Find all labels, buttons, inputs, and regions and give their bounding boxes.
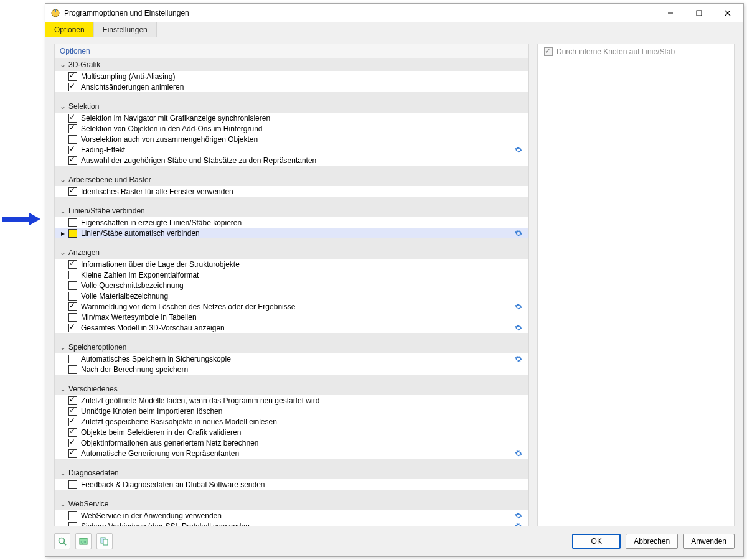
checkbox-icon[interactable] <box>68 229 77 238</box>
ok-button[interactable]: OK <box>572 534 621 549</box>
checkbox-icon[interactable] <box>68 355 77 363</box>
option-sync-navigator[interactable]: Selektion im Navigator mit Grafikanzeige… <box>55 113 528 123</box>
checkbox-icon[interactable] <box>68 72 77 81</box>
option-read-base-objects[interactable]: Zuletzt gespeicherte Basisobjekte in neu… <box>55 416 528 427</box>
group-arbeitsebene[interactable]: ⌄Arbeitsebene und Raster <box>55 174 528 186</box>
option-identical-raster[interactable]: Identisches Raster für alle Fenster verw… <box>55 186 528 197</box>
option-load-recent[interactable]: Zuletzt geöffnete Modelle laden, wenn da… <box>55 395 528 406</box>
checkbox-icon[interactable] <box>68 480 77 489</box>
gear-icon[interactable] <box>514 511 523 520</box>
chevron-down-icon: ⌄ <box>59 385 67 393</box>
checkbox-icon[interactable] <box>68 324 77 332</box>
group-anzeigen[interactable]: ⌄Anzeigen <box>55 246 528 259</box>
gear-icon[interactable] <box>514 146 523 154</box>
gear-icon[interactable] <box>514 522 523 526</box>
group-diagnose[interactable]: ⌄Diagnosedaten <box>55 467 528 479</box>
checkbox-icon[interactable] <box>68 135 77 144</box>
option-minmax-symbols[interactable]: Min/max Wertesymbole in Tabellen <box>55 312 528 322</box>
checkbox-icon[interactable] <box>68 124 77 133</box>
maximize-button[interactable] <box>685 4 713 22</box>
option-mesh-obj-info[interactable]: Objektinformationen aus generiertem Netz… <box>55 437 528 448</box>
checkbox-icon[interactable] <box>68 365 77 374</box>
checkbox-icon[interactable] <box>68 396 77 405</box>
option-preselect-related[interactable]: Vorselektion auch von zusammengehörigen … <box>55 134 528 144</box>
checkbox-icon[interactable] <box>68 146 77 154</box>
option-full-cross-section[interactable]: Volle Querschnittsbezeichnung <box>55 280 528 291</box>
checkbox-icon[interactable] <box>68 302 77 311</box>
checkbox-icon[interactable] <box>68 428 77 437</box>
close-button[interactable] <box>713 4 742 22</box>
checkbox-icon[interactable] <box>68 449 77 458</box>
app-icon <box>50 8 60 18</box>
gear-icon[interactable] <box>514 302 523 311</box>
gear-icon[interactable] <box>514 324 523 332</box>
option-send-diagnostics[interactable]: Feedback & Diagnosedaten an Dlubal Softw… <box>55 479 528 490</box>
checkbox-icon[interactable] <box>68 271 77 279</box>
option-addons-background[interactable]: Selektion von Objekten in den Add-Ons im… <box>55 123 528 134</box>
checkbox-icon[interactable] <box>68 156 77 165</box>
minimize-button[interactable] <box>656 4 685 22</box>
gear-icon[interactable] <box>514 355 523 363</box>
checkbox-icon[interactable] <box>68 83 77 91</box>
checkbox-icon[interactable] <box>68 522 77 526</box>
pane-header: Optionen <box>55 44 528 58</box>
option-copy-properties[interactable]: Eigenschaften in erzeugte Linien/Stäbe k… <box>55 217 528 228</box>
option-fading-effekt[interactable]: Fading-Effekt <box>55 144 528 155</box>
help-button[interactable] <box>54 533 70 549</box>
svg-rect-11 <box>103 539 108 545</box>
checkbox-icon[interactable] <box>68 281 77 290</box>
tab-optionen[interactable]: Optionen <box>45 22 94 37</box>
chevron-down-icon: ⌄ <box>59 102 67 111</box>
checkbox-icon[interactable] <box>68 260 77 269</box>
option-through-internal-nodes: Durch interne Knoten auf Linie/Stab <box>544 47 728 56</box>
checkbox-icon[interactable] <box>68 313 77 322</box>
option-select-related-members[interactable]: Auswahl der zugehörigen Stäbe und Stabsä… <box>55 155 528 166</box>
tab-einstellungen[interactable]: Einstellungen <box>94 22 157 37</box>
checkbox-icon[interactable] <box>68 218 77 227</box>
checkbox-icon[interactable] <box>68 511 77 520</box>
group-selektion[interactable]: ⌄Selektion <box>55 100 528 113</box>
option-webservice-ssl[interactable]: Sichere Verbindung über SSL-Protokoll ve… <box>55 521 528 526</box>
group-webservice[interactable]: ⌄WebService <box>55 498 528 510</box>
cancel-button[interactable]: Abbrechen <box>626 534 678 549</box>
option-animate-view[interactable]: Ansichtsänderungen animieren <box>55 82 528 92</box>
option-struct-info[interactable]: Informationen über die Lage der Struktur… <box>55 259 528 269</box>
group-3d-grafik[interactable]: ⌄3D-Grafik <box>55 58 528 71</box>
apply-button[interactable]: Anwenden <box>683 534 735 549</box>
reset-defaults-button[interactable] <box>96 533 113 549</box>
checkbox-icon[interactable] <box>68 418 77 426</box>
dialog-footer: 0,00 OK Abbrechen Anwenden <box>45 526 743 556</box>
group-linien-staebe[interactable]: ⌄Linien/Stäbe verbinden <box>55 205 528 217</box>
gear-icon[interactable] <box>514 229 523 238</box>
option-auto-backup[interactable]: Automatisches Speichern in Sicherungskop… <box>55 353 528 364</box>
option-validate-on-select[interactable]: Objekte beim Selektieren in der Grafik v… <box>55 427 528 437</box>
chevron-down-icon: ⌄ <box>59 469 67 477</box>
checkbox-icon[interactable] <box>68 439 77 447</box>
option-delete-warning[interactable]: Warnmeldung vor dem Löschen des Netzes o… <box>55 301 528 312</box>
group-verschiedenes[interactable]: ⌄Verschiedenes <box>55 383 528 395</box>
svg-line-7 <box>63 543 66 545</box>
group-speicher[interactable]: ⌄Speicheroptionen <box>55 341 528 353</box>
option-small-exp[interactable]: Kleine Zahlen im Exponentialformat <box>55 269 528 280</box>
checkbox-icon[interactable] <box>68 114 77 123</box>
tab-einstellungen-label: Einstellungen <box>103 26 148 34</box>
checkbox-icon[interactable] <box>68 187 77 196</box>
checkbox-icon[interactable] <box>68 292 77 301</box>
units-button[interactable]: 0,00 <box>75 533 92 549</box>
gear-icon[interactable] <box>514 449 523 458</box>
chevron-down-icon: ⌄ <box>59 60 67 69</box>
option-auto-connect[interactable]: ▸Linien/Stäbe automatisch verbinden <box>55 228 528 238</box>
options-tree[interactable]: ⌄3D-Grafik Multisampling (Anti-Aliasing)… <box>55 58 528 526</box>
option-auto-gen-rep[interactable]: Automatische Generierung von Repräsentan… <box>55 448 528 459</box>
option-webservice-enable[interactable]: WebService in der Anwendung verwenden <box>55 510 528 521</box>
option-full-material[interactable]: Volle Materialbezeichnung <box>55 291 528 301</box>
option-through-internal-nodes-label: Durch interne Knoten auf Linie/Stab <box>557 47 675 56</box>
option-del-unused-nodes[interactable]: Unnötige Knoten beim Importieren löschen <box>55 406 528 416</box>
row-pointer-icon: ▸ <box>59 229 67 238</box>
option-multisampling[interactable]: Multisampling (Anti-Aliasing) <box>55 71 528 82</box>
checkbox-icon[interactable] <box>68 407 77 416</box>
window-title: Programmoptionen und Einstellungen <box>64 9 656 17</box>
option-full-3d-preview[interactable]: Gesamtes Modell in 3D-Vorschau anzeigen <box>55 322 528 333</box>
option-save-after-calc[interactable]: Nach der Berechnung speichern <box>55 364 528 375</box>
chevron-down-icon: ⌄ <box>59 500 67 508</box>
